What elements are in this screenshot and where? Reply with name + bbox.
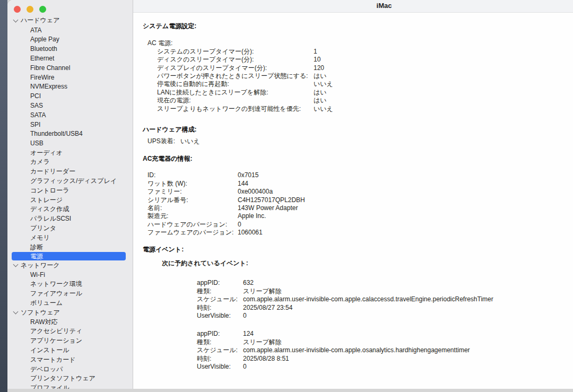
section-heading-power-events: 電源イベント: <box>143 246 573 254</box>
ac-charger-label: ファミリー: <box>147 188 238 196</box>
sidebar-item-label: オーディオ <box>30 149 63 158</box>
sidebar-item[interactable]: スマートカード <box>7 355 133 364</box>
ac-charger-label: シリアル番号: <box>147 196 238 204</box>
sidebar-item[interactable]: パラレルSCSI <box>7 214 133 224</box>
sidebar-item[interactable]: メモリ <box>7 233 133 242</box>
sidebar-group-hardware[interactable]: ハードウェア <box>7 16 133 25</box>
sidebar-item[interactable]: アプリケーション <box>7 336 133 346</box>
ac-charger-value: 143W Power Adapter <box>238 204 298 212</box>
ac-charger-row: 製造元:Apple Inc. <box>147 212 573 220</box>
ups-row: UPS装着:いいえ <box>147 137 573 145</box>
ac-power-row: ディスプレイのスリープタイマー(分):120 <box>157 64 573 72</box>
sidebar-item[interactable]: FireWire <box>7 73 133 82</box>
sidebar-item[interactable]: アクセシビリティ <box>7 327 133 336</box>
sidebar-item-label: SAS <box>30 102 43 109</box>
sidebar-item[interactable]: コントローラ <box>7 186 133 195</box>
power-event-label: 時刻: <box>197 355 243 363</box>
sidebar-item[interactable]: NVMExpress <box>7 82 133 92</box>
sidebar-item[interactable]: RAW対応 <box>7 317 133 327</box>
ac-power-row: 現在の電源:はい <box>157 97 573 104</box>
power-event-value: 2025/08/27 23:54 <box>243 304 292 312</box>
sidebar-item[interactable]: グラフィックス/ディスプレイ <box>7 177 133 186</box>
ac-power-label: システムのスリープタイマー(分): <box>157 48 314 56</box>
power-event-value: com.apple.alarm.user-invisible-com.apple… <box>243 295 493 303</box>
ac-power-value: いいえ <box>314 80 333 88</box>
sidebar-item[interactable]: プリンタ <box>7 224 133 233</box>
sidebar-item[interactable]: SPI <box>7 120 133 129</box>
ac-power-label: LANに接続したときにスリープを解除: <box>157 89 314 97</box>
sidebar-group-software[interactable]: ソフトウェア <box>7 308 133 317</box>
sidebar-item[interactable]: デベロッパ <box>7 364 133 374</box>
sidebar-item[interactable]: インストール <box>7 346 133 355</box>
sidebar-item[interactable]: ボリューム <box>7 299 133 308</box>
sidebar-item-label: NVMExpress <box>30 83 67 90</box>
sidebar-item-label: 診断 <box>30 243 43 252</box>
sidebar-item-label: Wi-Fi <box>30 271 45 278</box>
sidebar-item[interactable]: オーディオ <box>7 148 133 158</box>
sidebar-item[interactable]: Thunderbolt/USB4 <box>7 129 133 139</box>
sidebar-item-label: Apple Pay <box>30 36 59 43</box>
sidebar-item[interactable]: ATA <box>7 25 133 35</box>
sidebar-item-selected[interactable]: 電源 <box>12 252 126 261</box>
sidebar-item[interactable]: Ethernet <box>7 54 133 63</box>
zoom-button[interactable] <box>39 6 46 13</box>
power-events-list: appPID:632種類:スリープ解除スケジュール:com.apple.alar… <box>197 279 573 371</box>
window-controls <box>7 0 133 15</box>
sidebar-item[interactable]: Apple Pay <box>7 35 133 45</box>
sidebar-item[interactable]: 診断 <box>7 242 133 252</box>
sidebar-item[interactable]: カードリーダー <box>7 167 133 177</box>
power-event-value: スリープ解除 <box>243 338 282 346</box>
sidebar-item[interactable]: プロファイル <box>7 384 133 389</box>
sidebar-item[interactable]: PCI <box>7 91 133 101</box>
sidebar-item[interactable]: ファイアウォール <box>7 289 133 299</box>
sidebar-item-label: グラフィックス/ディスプレイ <box>30 177 117 186</box>
sidebar-item-label: Fibre Channel <box>30 64 70 72</box>
system-information-window: ハードウェアATAApple PayBluetoothEthernetFibre… <box>7 0 573 389</box>
titlebar[interactable]: iMac <box>133 0 573 13</box>
ac-power-value: いいえ <box>314 105 333 113</box>
power-event-value: スリープ解除 <box>243 288 282 295</box>
sidebar-item[interactable]: ネットワーク環境 <box>7 280 133 289</box>
sidebar-group-label: ネットワーク <box>21 261 59 270</box>
ac-power-row: 停電後に自動的に再起動:いいえ <box>157 80 573 88</box>
sidebar-group-label: ハードウェア <box>21 16 59 25</box>
power-event-row: スケジュール:com.apple.alarm.user-invisible-co… <box>197 346 573 354</box>
close-button[interactable] <box>14 6 21 13</box>
sidebar-item-label: パラレルSCSI <box>30 214 71 223</box>
power-event-row: UserVisible:0 <box>197 312 573 320</box>
sidebar-item[interactable]: ディスク作成 <box>7 205 133 214</box>
sidebar-item-label: カードリーダー <box>30 167 75 176</box>
sidebar-item[interactable]: SAS <box>7 101 133 110</box>
power-event-label: 種類: <box>197 288 243 295</box>
sidebar-item[interactable]: Fibre Channel <box>7 63 133 73</box>
ac-power-row: LANに接続したときにスリープを解除:はい <box>157 89 573 97</box>
sidebar-item[interactable]: SATA <box>7 110 133 120</box>
sidebar-item-label: RAW対応 <box>30 318 58 327</box>
ups-label: UPS装着: <box>147 137 175 145</box>
ac-charger-value: Apple Inc. <box>238 212 266 220</box>
sidebar-item-label: デベロッパ <box>30 365 63 374</box>
ac-charger-value: 0 <box>238 221 241 229</box>
sidebar-item[interactable]: プリンタソフトウェア <box>7 374 133 384</box>
ac-charger-value: 0x7015 <box>238 171 258 179</box>
ac-charger-label: ワット数 (W): <box>147 180 238 188</box>
power-event-row: 時刻:2025/08/27 23:54 <box>197 304 573 312</box>
ac-charger-value: 1060061 <box>238 229 263 237</box>
sidebar-item[interactable]: USB <box>7 138 133 148</box>
ac-charger-label: 製造元: <box>147 212 238 220</box>
sidebar-item-label: ストレージ <box>30 196 63 205</box>
sidebar-item-label: スマートカード <box>30 355 75 364</box>
sidebar-item-label: カメラ <box>30 158 50 167</box>
power-event-label: 時刻: <box>197 304 243 312</box>
sidebar-item[interactable]: ストレージ <box>7 195 133 205</box>
ac-charger-value: 0xe000400a <box>238 188 273 196</box>
ac-power-row: ディスクのスリープタイマー(分):10 <box>157 56 573 64</box>
sidebar-item[interactable]: カメラ <box>7 158 133 167</box>
sidebar-group-network[interactable]: ネットワーク <box>7 260 133 270</box>
minimize-button[interactable] <box>27 6 33 13</box>
sidebar-group-label: ソフトウェア <box>21 308 60 317</box>
power-event-row: appPID:124 <box>197 330 573 338</box>
ac-power-group-label: AC 電源: <box>147 39 573 47</box>
sidebar-item[interactable]: Bluetooth <box>7 44 133 54</box>
sidebar-item[interactable]: Wi-Fi <box>7 270 133 280</box>
